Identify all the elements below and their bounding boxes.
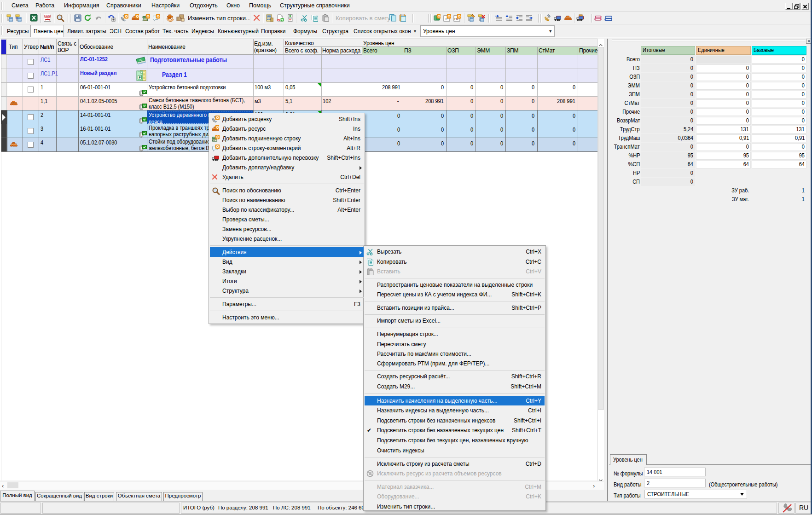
svg-text:PDF: PDF	[45, 15, 51, 17]
svg-text:P: P	[139, 76, 141, 79]
